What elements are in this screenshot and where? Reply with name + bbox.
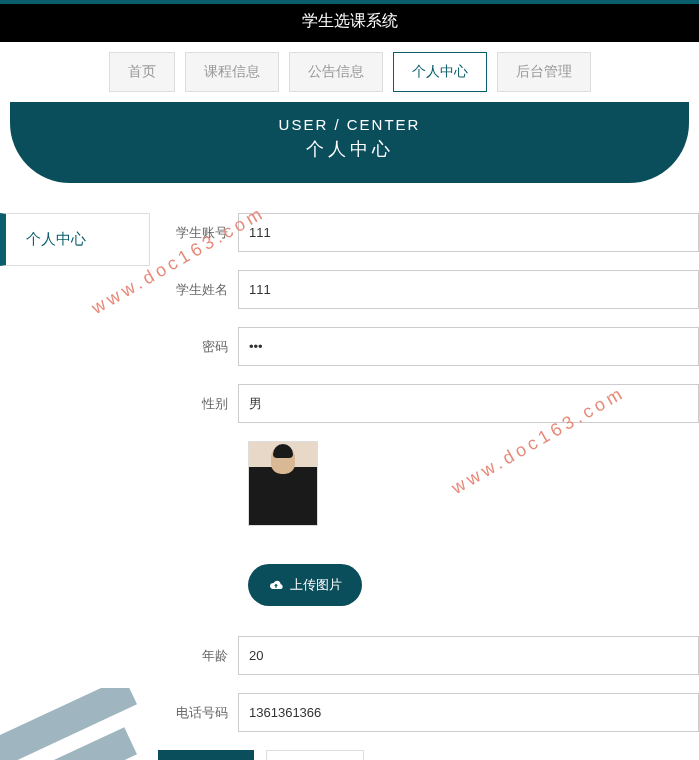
upload-button[interactable]: 上传图片: [248, 564, 362, 606]
label-account: 学生账号: [160, 224, 238, 242]
input-name[interactable]: [238, 270, 699, 309]
avatar-image: [248, 441, 318, 526]
app-title: 学生选课系统: [302, 11, 398, 32]
nav-announcements[interactable]: 公告信息: [289, 52, 383, 92]
logout-button[interactable]: 退出登录: [266, 750, 364, 760]
banner-subtitle: USER / CENTER: [10, 116, 689, 133]
upload-label: 上传图片: [290, 576, 342, 594]
nav-menu: 首页 课程信息 公告信息 个人中心 后台管理: [0, 42, 699, 102]
input-account[interactable]: [238, 213, 699, 252]
input-gender[interactable]: [238, 384, 699, 423]
label-gender: 性别: [160, 395, 238, 413]
nav-home[interactable]: 首页: [109, 52, 175, 92]
input-age[interactable]: [238, 636, 699, 675]
update-button[interactable]: 更新信息: [158, 750, 254, 760]
label-name: 学生姓名: [160, 281, 238, 299]
label-age: 年龄: [160, 647, 238, 665]
label-password: 密码: [160, 338, 238, 356]
header-bar: 学生选课系统: [0, 0, 699, 42]
input-phone[interactable]: [238, 693, 699, 732]
footer-decoration: [0, 688, 140, 760]
cloud-upload-icon: [268, 579, 284, 591]
form-area: 学生账号 学生姓名 密码 性别 上传图片 年龄: [150, 213, 699, 760]
nav-user-center[interactable]: 个人中心: [393, 52, 487, 92]
banner-title: 个人中心: [10, 137, 689, 161]
page-banner: USER / CENTER 个人中心: [10, 102, 689, 183]
nav-admin[interactable]: 后台管理: [497, 52, 591, 92]
sidebar-tab-user-center[interactable]: 个人中心: [0, 213, 150, 266]
sidebar: 个人中心: [0, 213, 150, 760]
input-password[interactable]: [238, 327, 699, 366]
label-phone: 电话号码: [160, 704, 238, 722]
nav-courses[interactable]: 课程信息: [185, 52, 279, 92]
